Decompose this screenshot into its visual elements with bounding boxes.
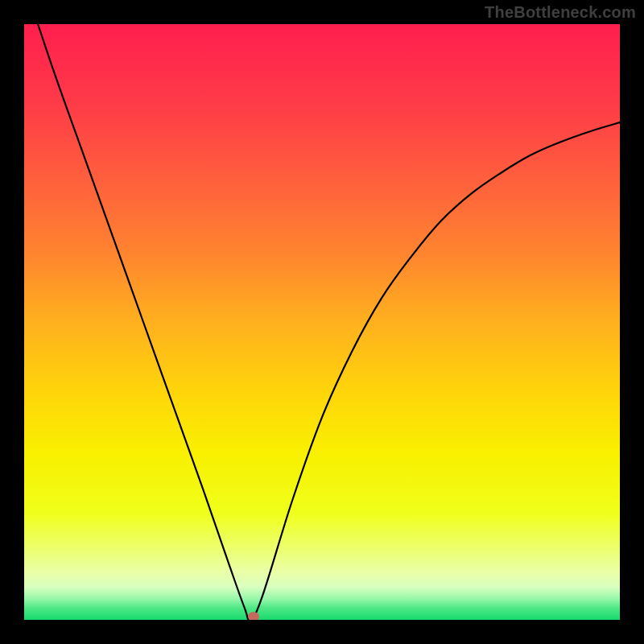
curve-path bbox=[24, 24, 620, 620]
watermark-text: TheBottleneck.com bbox=[485, 3, 636, 22]
plot-area bbox=[24, 24, 620, 620]
optimum-marker bbox=[248, 612, 259, 620]
bottleneck-curve bbox=[24, 24, 620, 620]
stage: TheBottleneck.com bbox=[0, 0, 644, 644]
